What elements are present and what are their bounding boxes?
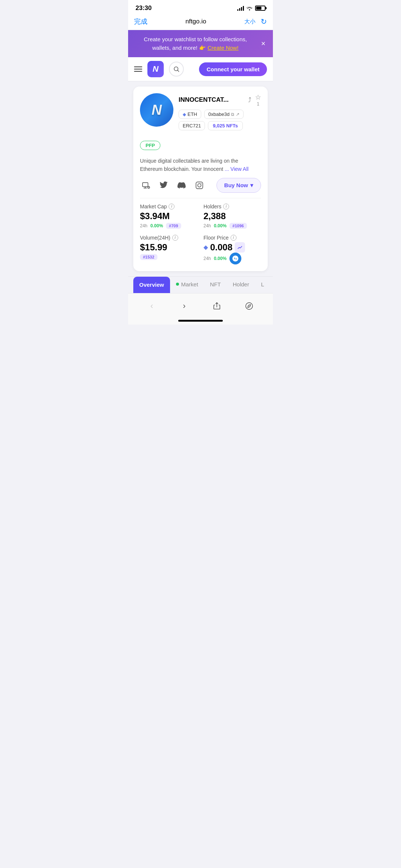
share-button[interactable] xyxy=(209,298,225,314)
holders-rank: #1096 xyxy=(229,223,247,229)
browser-bottom-bar: ‹ › xyxy=(128,293,273,317)
browser-url: nftgo.io xyxy=(186,18,206,25)
social-buy-row: Buy Now ▾ xyxy=(140,178,261,193)
collection-name-row: INNOCENTCAT... ⤴ ☆ 1 xyxy=(179,93,261,107)
market-cap-info-icon[interactable]: i xyxy=(169,204,175,209)
forward-button[interactable]: › xyxy=(176,298,192,314)
banner-create-link[interactable]: Create Now! xyxy=(208,45,238,51)
volume-stat: Volume(24H) i $15.99 #1532 xyxy=(140,235,198,264)
wifi-icon xyxy=(246,6,253,11)
search-button[interactable] xyxy=(169,62,184,77)
back-button[interactable]: ‹ xyxy=(144,298,160,314)
tab-holder[interactable]: Holder xyxy=(227,277,255,293)
tags-row-1: ◆ ETH 0xbabe3d ⧉ ↗ xyxy=(179,110,261,119)
collection-header: N INNOCENTCAT... ⤴ ☆ 1 ◆ xyxy=(140,93,261,133)
svg-point-4 xyxy=(198,183,201,187)
market-cap-24h-label: 24h xyxy=(140,223,147,228)
social-icons xyxy=(140,179,205,191)
collection-card: N INNOCENTCAT... ⤴ ☆ 1 ◆ xyxy=(133,87,268,271)
share-icon[interactable]: ⤴ xyxy=(248,96,251,104)
refresh-button[interactable]: ↻ xyxy=(261,17,267,26)
floor-price-value: 0.008 xyxy=(210,242,232,253)
svg-point-5 xyxy=(201,183,202,184)
collection-name: INNOCENTCAT... xyxy=(179,96,229,104)
nft-count-tag: 9,025 NFTs xyxy=(208,121,243,130)
description-text: Unique digital collectables are living o… xyxy=(140,158,238,172)
divider-1 xyxy=(140,198,261,198)
buy-now-label: Buy Now xyxy=(224,182,248,188)
banner-text: Create your watchlist to follow collecti… xyxy=(136,35,261,52)
standard-tag: ERC721 xyxy=(179,121,205,130)
status-time: 23:30 xyxy=(136,4,151,12)
text-size-button[interactable]: 大小 xyxy=(244,18,255,25)
collection-description: Unique digital collectables are living o… xyxy=(140,157,261,173)
holders-24h-label: 24h xyxy=(203,223,211,228)
opensea-icon[interactable] xyxy=(229,253,241,264)
signal-icon xyxy=(237,6,244,11)
svg-point-6 xyxy=(246,303,252,309)
volume-info-icon[interactable]: i xyxy=(172,235,178,241)
holders-sub: 24h 0.00% #1096 xyxy=(203,223,261,229)
holders-label: Holders i xyxy=(203,204,261,209)
status-bar: 23:30 xyxy=(128,0,273,15)
buy-now-button[interactable]: Buy Now ▾ xyxy=(216,178,261,193)
holders-change: 0.00% xyxy=(214,223,226,228)
bottom-tabs: Overview Market NFT Holder L xyxy=(128,276,273,293)
floor-price-value-row: ◆ 0.008 xyxy=(203,242,261,253)
tab-overview[interactable]: Overview xyxy=(133,277,170,293)
floor-price-info-icon[interactable]: i xyxy=(231,235,237,241)
pfp-badge: PFP xyxy=(140,141,160,150)
floor-price-label: Floor Price i xyxy=(203,235,261,241)
browser-bar: 完成 nftgo.io 大小 ↻ xyxy=(128,15,273,30)
star-button[interactable]: ☆ 1 xyxy=(255,93,261,107)
browser-done-button[interactable]: 完成 xyxy=(134,17,147,26)
watchlist-banner: Create your watchlist to follow collecti… xyxy=(128,30,273,57)
instagram-icon[interactable] xyxy=(193,179,205,191)
volume-label: Volume(24H) i xyxy=(140,235,198,241)
logo-icon: N xyxy=(153,64,159,74)
market-cap-label: Market Cap i xyxy=(140,204,198,209)
home-bar xyxy=(178,320,223,322)
chain-tag: ◆ ETH xyxy=(179,110,201,119)
tab-l[interactable]: L xyxy=(255,277,270,293)
star-icon: ☆ xyxy=(255,94,261,101)
twitter-icon[interactable] xyxy=(158,179,170,191)
view-all-link[interactable]: ... View All xyxy=(225,166,248,172)
tab-nft[interactable]: NFT xyxy=(204,277,227,293)
compass-button[interactable] xyxy=(241,298,257,314)
discord-icon[interactable] xyxy=(176,179,188,191)
hamburger-menu[interactable] xyxy=(134,66,142,72)
banner-close-button[interactable]: × xyxy=(261,39,265,48)
price-chart-icon[interactable] xyxy=(235,242,245,253)
market-cap-rank: #709 xyxy=(166,223,181,229)
connect-wallet-button[interactable]: Connect your wallet xyxy=(199,62,267,76)
avatar-logo: N xyxy=(151,102,162,118)
chevron-down-icon: ▾ xyxy=(250,182,253,189)
volume-value: $15.99 xyxy=(140,242,198,253)
holders-info-icon[interactable]: i xyxy=(223,204,229,209)
floor-price-24h-label: 24h xyxy=(203,256,211,261)
collection-avatar: N xyxy=(140,93,173,127)
battery-icon xyxy=(255,6,265,11)
holders-stat: Holders i 2,388 24h 0.00% #1096 xyxy=(203,204,261,229)
address-tag: 0xbabe3d ⧉ ↗ xyxy=(204,110,244,119)
svg-rect-1 xyxy=(143,182,148,186)
address-text: 0xbabe3d xyxy=(208,111,229,117)
collection-actions: ⤴ ☆ 1 xyxy=(248,93,261,107)
logo-box[interactable]: N xyxy=(147,61,164,77)
holders-value: 2,388 xyxy=(203,211,261,221)
tab-market[interactable]: Market xyxy=(170,277,204,293)
market-cap-change: 0.00% xyxy=(150,223,163,228)
website-icon[interactable] xyxy=(140,179,152,191)
external-link-icon[interactable]: ↗ xyxy=(236,112,239,117)
market-cap-value: $3.94M xyxy=(140,211,198,221)
svg-rect-3 xyxy=(196,182,203,189)
floor-price-eth-icon: ◆ xyxy=(203,244,208,251)
market-cap-stat: Market Cap i $3.94M 24h 0.00% #709 xyxy=(140,204,198,229)
floor-price-stat: Floor Price i ◆ 0.008 24h 0.00% xyxy=(203,235,261,264)
stats-grid: Market Cap i $3.94M 24h 0.00% #709 Holde… xyxy=(140,204,261,264)
nav-bar: N Connect your wallet xyxy=(128,57,273,81)
volume-sub: #1532 xyxy=(140,254,198,260)
copy-icon[interactable]: ⧉ xyxy=(231,112,234,117)
collection-info: INNOCENTCAT... ⤴ ☆ 1 ◆ ETH xyxy=(179,93,261,133)
